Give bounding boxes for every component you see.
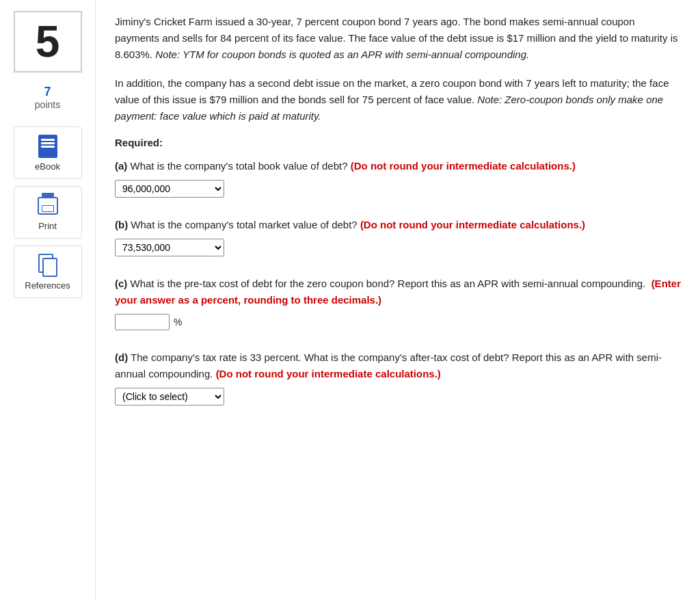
required-label: Required: bbox=[115, 137, 681, 148]
part-c-label: (c) bbox=[115, 278, 127, 289]
part-c: (c) What is the pre-tax cost of debt for… bbox=[115, 276, 681, 330]
part-c-input[interactable] bbox=[115, 314, 170, 330]
part-a-dropdown[interactable]: 96,000,000 79,000,000 17,000,000 Other bbox=[115, 180, 224, 198]
part-b: (b) What is the company's total market v… bbox=[115, 217, 681, 256]
references-icon-wrapper bbox=[36, 253, 60, 278]
part-c-question: What is the pre-tax cost of debt for the… bbox=[131, 278, 646, 289]
part-c-percent: % bbox=[174, 317, 182, 328]
ebook-button[interactable]: eBook bbox=[14, 127, 82, 179]
question-italic1: Note: YTM for coupon bonds is quoted as … bbox=[155, 49, 529, 60]
sidebar: 5 7 points eBook Print Referen bbox=[0, 0, 96, 599]
references-icon bbox=[38, 254, 57, 277]
part-b-dropdown[interactable]: 73,530,000 96,000,000 79,000,000 Other bbox=[115, 239, 224, 256]
part-d-question-block: (d) The company's tax rate is 33 percent… bbox=[115, 349, 681, 382]
question-paragraph1: Jiminy's Cricket Farm issued a 30-year, … bbox=[115, 14, 681, 63]
ebook-icon bbox=[38, 135, 57, 158]
part-b-question-block: (b) What is the company's total market v… bbox=[115, 217, 681, 233]
part-b-question: What is the company's total market value… bbox=[131, 219, 357, 230]
part-d-label: (d) bbox=[115, 351, 128, 363]
main-content: Jiminy's Cricket Farm issued a 30-year, … bbox=[96, 0, 700, 599]
points-value: 7 bbox=[35, 85, 60, 99]
part-a-dropdown-wrapper: 96,000,000 79,000,000 17,000,000 Other bbox=[115, 180, 681, 198]
part-d-dropdown[interactable]: (Click to select) Option A Option B bbox=[115, 388, 224, 405]
part-d: (d) The company's tax rate is 33 percent… bbox=[115, 349, 681, 405]
ebook-label: eBook bbox=[35, 161, 60, 172]
question-number-box: 5 bbox=[14, 11, 82, 72]
ref-icon-page2 bbox=[42, 258, 57, 277]
references-label: References bbox=[25, 280, 70, 291]
points-text: points bbox=[35, 99, 60, 110]
part-d-instruction: (Do not round your intermediate calculat… bbox=[216, 368, 441, 380]
question-number: 5 bbox=[36, 16, 60, 67]
print-button[interactable]: Print bbox=[14, 186, 82, 239]
part-b-instruction: (Do not round your intermediate calculat… bbox=[360, 219, 585, 230]
part-c-input-wrapper: % bbox=[115, 314, 681, 330]
part-a-question: What is the company's total book value o… bbox=[131, 160, 348, 172]
references-button[interactable]: References bbox=[14, 245, 82, 298]
part-a-label: (a) bbox=[115, 160, 127, 172]
part-c-question-block: (c) What is the pre-tax cost of debt for… bbox=[115, 276, 681, 308]
part-d-dropdown-wrapper: (Click to select) Option A Option B bbox=[115, 388, 681, 405]
print-icon-wrapper bbox=[36, 194, 60, 218]
points-label: 7 points bbox=[35, 85, 60, 110]
part-a-instruction: (Do not round your intermediate calculat… bbox=[351, 160, 576, 172]
print-label: Print bbox=[38, 221, 57, 231]
ebook-icon-wrapper bbox=[36, 134, 60, 159]
part-a: (a) What is the company's total book val… bbox=[115, 158, 681, 198]
part-a-question-block: (a) What is the company's total book val… bbox=[115, 158, 681, 174]
question-paragraph2: In addition, the company has a second de… bbox=[115, 75, 681, 124]
part-b-dropdown-wrapper: 73,530,000 96,000,000 79,000,000 Other bbox=[115, 239, 681, 256]
part-b-label: (b) bbox=[115, 219, 128, 230]
print-icon bbox=[38, 197, 58, 215]
